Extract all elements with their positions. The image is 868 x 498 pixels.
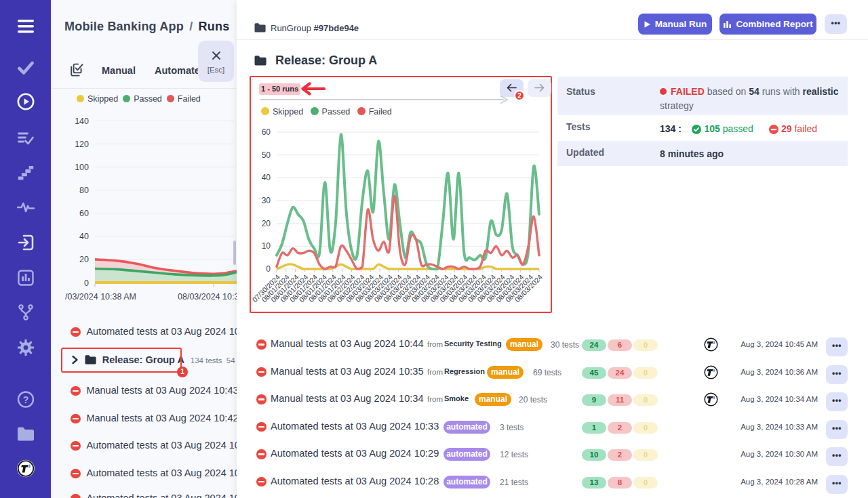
svg-text:10: 10 <box>262 241 271 251</box>
svg-text:30: 30 <box>262 196 271 205</box>
svg-text:100: 100 <box>75 163 89 172</box>
svg-text:0: 0 <box>266 264 271 274</box>
svg-text:20: 20 <box>262 219 271 228</box>
svg-text:60: 60 <box>79 209 89 218</box>
svg-text:20: 20 <box>79 255 89 264</box>
svg-text:?: ? <box>22 394 28 405</box>
svg-text:40: 40 <box>262 173 271 182</box>
svg-text:50: 50 <box>262 150 271 160</box>
svg-text:60: 60 <box>262 127 271 137</box>
svg-text:40: 40 <box>79 232 89 241</box>
svg-text:120: 120 <box>75 140 89 149</box>
svg-text:80: 80 <box>79 186 89 195</box>
svg-text:140: 140 <box>75 117 89 126</box>
svg-text:0: 0 <box>84 278 89 288</box>
